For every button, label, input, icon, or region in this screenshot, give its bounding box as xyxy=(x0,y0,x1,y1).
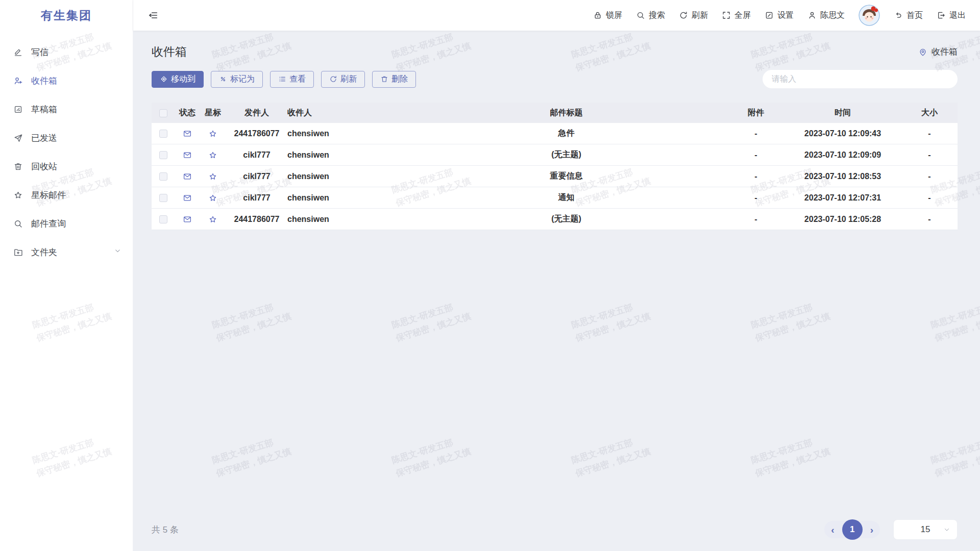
next-page-button[interactable]: › xyxy=(870,525,873,535)
time-cell: 2023-07-10 12:07:31 xyxy=(784,193,901,203)
row-checkbox[interactable] xyxy=(159,194,167,202)
fullscreen-button[interactable]: 全屏 xyxy=(722,10,751,21)
time-cell: 2023-07-10 12:09:43 xyxy=(784,129,901,138)
time-cell: 2023-07-10 12:05:28 xyxy=(784,215,901,224)
row-checkbox[interactable] xyxy=(159,172,167,181)
move-to-button[interactable]: 移动到 xyxy=(152,71,204,88)
avatar[interactable] xyxy=(859,5,880,26)
star-icon xyxy=(208,151,217,160)
delete-icon xyxy=(380,75,388,83)
sidebar-item-compose[interactable]: 写信 xyxy=(0,38,133,66)
table-row[interactable]: cikl777chensiwen通知-2023-07-10 12:07:31- xyxy=(152,187,958,209)
page-size-select[interactable]: 15 xyxy=(893,519,958,540)
trash-icon xyxy=(13,162,23,171)
sender-cell: cikl777 xyxy=(226,172,287,181)
back-home-icon xyxy=(894,11,903,20)
current-page-button[interactable]: 1 xyxy=(842,519,863,540)
compose-icon xyxy=(13,47,23,57)
star-toggle[interactable] xyxy=(200,172,226,181)
sidebar-item-trash[interactable]: 回收站 xyxy=(0,152,133,181)
mark-as-button[interactable]: 标记为 xyxy=(211,71,263,88)
topbar-actions: 锁屏 搜索 刷新 全屏 设置 xyxy=(593,5,966,26)
page-title: 收件箱 xyxy=(152,44,187,60)
refresh-list-button[interactable]: 刷新 xyxy=(321,71,365,88)
table-body: 2441786077chensiwen急件-2023-07-10 12:09:4… xyxy=(152,123,958,230)
sidebar-item-sent[interactable]: 已发送 xyxy=(0,123,133,152)
chevron-down-icon[interactable] xyxy=(114,247,121,257)
sidebar-item-label: 草稿箱 xyxy=(31,104,57,115)
row-checkbox[interactable] xyxy=(159,130,167,138)
sidebar-menu: 写信 收件箱 草稿箱 已发送 回收站 星标邮件 xyxy=(0,31,133,266)
recipient-cell: chensiwen xyxy=(287,151,405,160)
star-icon xyxy=(13,190,23,200)
sidebar-item-folders[interactable]: 文件夹 xyxy=(0,238,133,266)
star-icon xyxy=(208,172,217,181)
menu-fold-icon xyxy=(148,10,159,21)
current-user[interactable]: 陈思文 xyxy=(807,10,845,21)
sender-cell: 2441786077 xyxy=(226,129,287,138)
main-area: 锁屏 搜索 刷新 全屏 设置 xyxy=(133,0,980,551)
sidebar-item-mail-search[interactable]: 邮件查询 xyxy=(0,209,133,238)
envelope-icon xyxy=(183,193,192,203)
star-toggle[interactable] xyxy=(200,151,226,160)
sidebar-item-label: 收件箱 xyxy=(31,75,57,87)
status-unread xyxy=(175,172,200,181)
status-unread xyxy=(175,129,200,138)
row-checkbox[interactable] xyxy=(159,215,167,223)
subject-cell: 重要信息 xyxy=(405,171,728,182)
star-toggle[interactable] xyxy=(200,215,226,224)
size-cell: - xyxy=(901,172,958,181)
refresh-button[interactable]: 刷新 xyxy=(679,10,708,21)
collapse-sidebar-button[interactable] xyxy=(148,10,159,21)
table-row[interactable]: cikl777chensiwen(无主题)-2023-07-10 12:09:0… xyxy=(152,144,958,166)
home-button[interactable]: 首页 xyxy=(894,10,923,21)
prev-page-button[interactable]: ‹ xyxy=(831,525,834,535)
move-to-label: 移动到 xyxy=(171,74,195,85)
sidebar-item-label: 邮件查询 xyxy=(31,218,66,230)
table-row[interactable]: 2441786077chensiwen急件-2023-07-10 12:09:4… xyxy=(152,123,958,144)
search-button[interactable]: 搜索 xyxy=(636,10,665,21)
move-to-icon xyxy=(160,75,168,83)
delete-label: 删除 xyxy=(391,74,408,85)
brand-logo: 有生集团 xyxy=(0,0,133,31)
select-all-checkbox[interactable] xyxy=(159,109,167,117)
user-icon xyxy=(807,11,817,20)
row-checkbox[interactable] xyxy=(159,151,167,159)
sidebar-item-label: 写信 xyxy=(31,46,48,58)
mail-app: 有生集团 写信 收件箱 草稿箱 已发送 回收站 xyxy=(0,0,980,551)
table-row[interactable]: cikl777chensiwen重要信息-2023-07-10 12:08:53… xyxy=(152,166,958,187)
sidebar-item-drafts[interactable]: 草稿箱 xyxy=(0,95,133,123)
refresh-icon xyxy=(679,11,688,20)
logout-label: 退出 xyxy=(949,10,966,21)
sidebar-item-starred[interactable]: 星标邮件 xyxy=(0,181,133,209)
lock-screen-button[interactable]: 锁屏 xyxy=(593,10,622,21)
logout-button[interactable]: 退出 xyxy=(937,10,966,21)
recipient-cell: chensiwen xyxy=(287,193,405,203)
status-unread xyxy=(175,151,200,160)
lock-screen-label: 锁屏 xyxy=(606,10,622,21)
footer: 共 5 条 ‹ 1 › 15 xyxy=(152,519,958,551)
star-toggle[interactable] xyxy=(200,193,226,203)
settings-button[interactable]: 设置 xyxy=(765,10,794,21)
avatar-image xyxy=(859,5,880,26)
sender-cell: cikl777 xyxy=(226,193,287,203)
table-row[interactable]: 2441786077chensiwen(无主题)-2023-07-10 12:0… xyxy=(152,209,958,230)
envelope-icon xyxy=(183,172,192,181)
size-cell: - xyxy=(901,215,958,224)
search-box xyxy=(763,70,958,88)
sidebar-item-inbox[interactable]: 收件箱 xyxy=(0,66,133,95)
view-button[interactable]: 查看 xyxy=(270,71,314,88)
sidebar: 有生集团 写信 收件箱 草稿箱 已发送 回收站 xyxy=(0,0,133,551)
mail-table: 状态 星标 发件人 收件人 邮件标题 附件 时间 大小 2441786077ch… xyxy=(152,103,958,230)
size-cell: - xyxy=(901,151,958,160)
topbar: 锁屏 搜索 刷新 全屏 设置 xyxy=(133,0,980,31)
sent-icon xyxy=(13,133,23,143)
search-input[interactable] xyxy=(763,70,958,88)
mark-as-label: 标记为 xyxy=(230,74,255,85)
delete-button[interactable]: 删除 xyxy=(372,71,416,88)
username-label: 陈思文 xyxy=(820,10,845,21)
page-size-value: 15 xyxy=(921,524,930,535)
pager: ‹ 1 › xyxy=(824,521,880,538)
recipient-cell: chensiwen xyxy=(287,215,405,224)
star-toggle[interactable] xyxy=(200,129,226,138)
